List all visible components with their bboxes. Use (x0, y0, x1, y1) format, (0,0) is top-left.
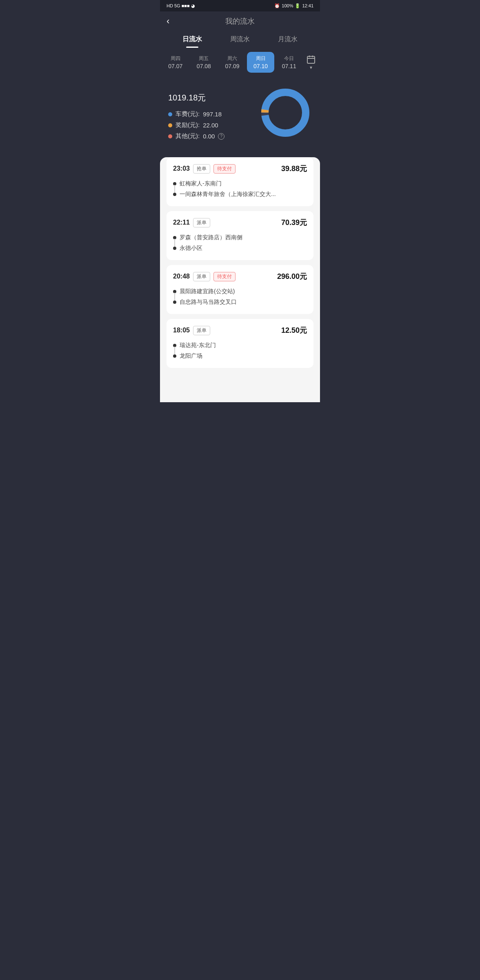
route-dot-to (173, 354, 176, 358)
transaction-meta: 23:03 抢单 待支付 (173, 164, 236, 174)
transaction-time: 22:11 (173, 219, 190, 226)
transaction-item: 20:48 派单 待支付 296.00元 晨阳路建宜路(公交站) 自忠路与马当路… (167, 265, 313, 314)
transaction-tag: 派单 (193, 272, 210, 281)
tab-bar: 日流水 周流水 月流水 (160, 31, 320, 48)
other-dot (168, 134, 172, 138)
transaction-route: 虹梅家人-东南门 一间森林青年旅舍（上海徐家汇交大... (173, 178, 307, 200)
transaction-amount: 39.88元 (281, 164, 307, 174)
transaction-time: 20:48 (173, 273, 190, 280)
other-help-icon[interactable]: ? (218, 133, 224, 140)
tab-daily[interactable]: 日流水 (174, 31, 210, 48)
transaction-tag: 派单 (193, 326, 210, 335)
battery-icon: 🔋 (295, 3, 300, 9)
from-label: 晨阳路建宜路(公交站) (180, 288, 235, 295)
transaction-tag: 抢单 (193, 164, 210, 174)
tab-monthly[interactable]: 月流水 (270, 31, 306, 48)
route-dot-to (173, 247, 176, 250)
summary-section: 1019.18元 车费(元): 997.18 奖励(元): 22.00 其他(元… (160, 77, 320, 152)
bonus-item: 奖励(元): 22.00 (168, 121, 224, 129)
fare-label: 车费(元): (176, 110, 200, 118)
route-to: 自忠路与马当路交叉口 (173, 297, 307, 307)
back-button[interactable]: ‹ (167, 16, 169, 27)
total-amount: 1019.18元 (168, 85, 224, 105)
fare-value: 997.18 (203, 111, 222, 118)
to-label: 龙阳广场 (180, 352, 202, 360)
transaction-route: 瑞达苑-东北门 龙阳广场 (173, 340, 307, 361)
svg-point-5 (265, 92, 306, 133)
to-label: 一间森林青年旅舍（上海徐家汇交大... (180, 191, 276, 198)
transaction-header: 18:05 派单 12.50元 (173, 325, 307, 335)
day-sat[interactable]: 周六 07.09 (218, 52, 246, 73)
bonus-value: 22.00 (203, 122, 218, 129)
transaction-header: 22:11 派单 70.39元 (173, 218, 307, 227)
header: ‹ 我的流水 (160, 11, 320, 31)
transaction-amount: 12.50元 (281, 325, 307, 335)
day-selector: 周四 07.07 周五 07.08 周六 07.09 周日 07.10 今日 0… (160, 48, 320, 77)
transaction-list: 23:03 抢单 待支付 39.88元 虹梅家人-东南门 一间森林青年旅舍（上海… (160, 157, 320, 402)
route-to: 永德小区 (173, 243, 307, 254)
transaction-item: 23:03 抢单 待支付 39.88元 虹梅家人-东南门 一间森林青年旅舍（上海… (167, 157, 313, 206)
day-fri[interactable]: 周五 07.08 (190, 52, 218, 73)
route-from: 晨阳路建宜路(公交站) (173, 286, 307, 297)
transaction-meta: 22:11 派单 (173, 218, 210, 227)
status-bar: HD 5G ■■■ ◕ ⏰ 100% 🔋 12:41 (160, 0, 320, 11)
transaction-meta: 20:48 派单 待支付 (173, 272, 236, 281)
other-item: 其他(元): 0.00 ? (168, 132, 224, 140)
transaction-status: 待支付 (213, 272, 236, 281)
bonus-label: 奖励(元): (176, 121, 200, 129)
summary-left: 1019.18元 车费(元): 997.18 奖励(元): 22.00 其他(元… (168, 85, 224, 140)
transaction-tag: 派单 (193, 218, 210, 227)
to-label: 永德小区 (180, 245, 202, 252)
day-sun[interactable]: 周日 07.10 (247, 52, 275, 73)
status-left: HD 5G ■■■ ◕ (167, 3, 195, 9)
route-from: 虹梅家人-东南门 (173, 178, 307, 189)
route-to: 龙阳广场 (173, 351, 307, 361)
transaction-meta: 18:05 派单 (173, 326, 210, 335)
battery-label: 100% (282, 3, 293, 8)
other-value: 0.00 (203, 133, 215, 140)
fare-dot (168, 112, 172, 116)
alarm-icon: ⏰ (274, 3, 280, 9)
time-label: 12:41 (302, 3, 313, 8)
route-dot-to (173, 193, 176, 196)
transaction-time: 23:03 (173, 165, 190, 172)
network-label: HD 5G ■■■ ◕ (167, 3, 195, 9)
transaction-header: 20:48 派单 待支付 296.00元 (173, 272, 307, 281)
transaction-time: 18:05 (173, 327, 190, 334)
page-title: 我的流水 (225, 16, 255, 26)
route-from: 瑞达苑-东北门 (173, 340, 307, 351)
route-to: 一间森林青年旅舍（上海徐家汇交大... (173, 189, 307, 200)
from-label: 罗森（普安路店）西南侧 (180, 234, 242, 241)
status-right: ⏰ 100% 🔋 12:41 (274, 3, 313, 9)
transaction-amount: 296.00元 (277, 272, 307, 281)
day-thu[interactable]: 周四 07.07 (162, 52, 189, 73)
transaction-item: 22:11 派单 70.39元 罗森（普安路店）西南侧 永德小区 (167, 211, 313, 260)
transaction-amount: 70.39元 (281, 218, 307, 227)
transaction-header: 23:03 抢单 待支付 39.88元 (173, 164, 307, 174)
calendar-chevron: ▼ (304, 65, 318, 70)
tab-weekly[interactable]: 周流水 (222, 31, 258, 48)
svg-rect-0 (307, 56, 315, 63)
fare-item: 车费(元): 997.18 (168, 110, 224, 118)
route-from: 罗森（普安路店）西南侧 (173, 232, 307, 243)
from-label: 瑞达苑-东北门 (180, 342, 216, 349)
route-dot-to (173, 301, 176, 304)
day-today[interactable]: 今日 07.11 (275, 52, 303, 73)
transaction-status: 待支付 (213, 164, 236, 174)
transaction-route: 罗森（普安路店）西南侧 永德小区 (173, 232, 307, 254)
bonus-dot (168, 123, 172, 127)
from-label: 虹梅家人-东南门 (180, 180, 222, 187)
summary-items: 车费(元): 997.18 奖励(元): 22.00 其他(元): 0.00 ? (168, 110, 224, 140)
other-label: 其他(元): (176, 132, 200, 140)
calendar-button[interactable]: ▼ (304, 55, 318, 70)
to-label: 自忠路与马当路交叉口 (180, 298, 237, 306)
donut-chart (259, 86, 312, 139)
transaction-route: 晨阳路建宜路(公交站) 自忠路与马当路交叉口 (173, 286, 307, 307)
transaction-item: 18:05 派单 12.50元 瑞达苑-东北门 龙阳广场 (167, 319, 313, 368)
